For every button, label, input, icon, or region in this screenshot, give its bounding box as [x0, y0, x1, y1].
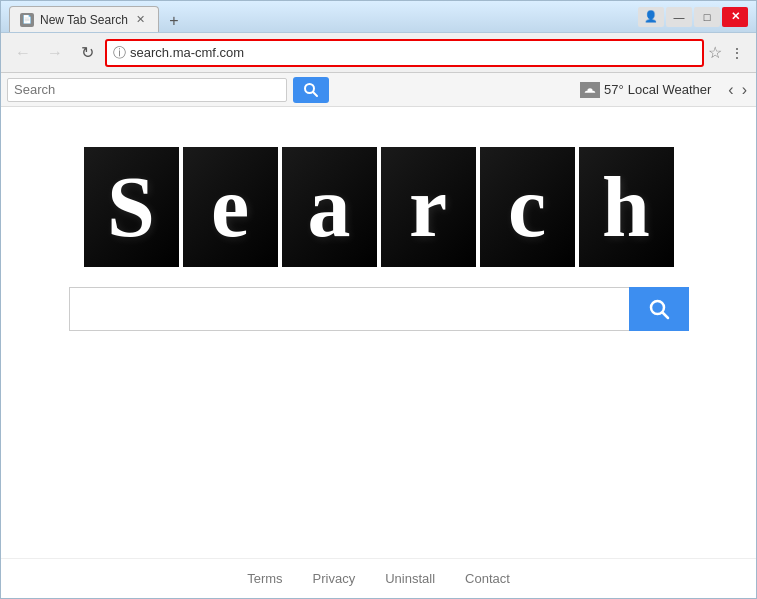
- uninstall-link[interactable]: Uninstall: [385, 571, 435, 586]
- browser-window: 📄 New Tab Search ✕ + 👤 — □ ✕ ← → ↻ ⓘ sea…: [0, 0, 757, 599]
- new-tab-button[interactable]: +: [163, 10, 185, 32]
- tab-favicon: 📄: [20, 13, 34, 27]
- logo-letter-s: S: [107, 164, 155, 250]
- weather-temp: 57°: [604, 82, 624, 97]
- weather-icon: [580, 82, 600, 98]
- logo-tile-c: c: [480, 147, 575, 267]
- logo-tile-h: h: [579, 147, 674, 267]
- search-logo-area: S e a r c h: [69, 147, 689, 331]
- logo-letter-r: r: [409, 164, 447, 250]
- page-footer: Terms Privacy Uninstall Contact: [1, 558, 756, 598]
- logo-letter-c: c: [508, 164, 546, 250]
- address-bar[interactable]: ⓘ search.ma-cmf.com: [105, 39, 704, 67]
- chrome-menu-button[interactable]: ⋮: [726, 43, 748, 63]
- minimize-button[interactable]: —: [666, 7, 692, 27]
- logo-tile-r: r: [381, 147, 476, 267]
- tab-area: 📄 New Tab Search ✕ +: [9, 1, 638, 32]
- toolbar-search-icon: [303, 82, 319, 98]
- weather-section: 57° Local Weather ‹ ›: [580, 81, 750, 99]
- logo-letter-a: a: [308, 164, 351, 250]
- weather-label: Local Weather: [628, 82, 712, 97]
- toolbar-search-input[interactable]: [7, 78, 287, 102]
- main-search-icon: [648, 298, 670, 320]
- title-bar: 📄 New Tab Search ✕ + 👤 — □ ✕: [1, 1, 756, 33]
- terms-link[interactable]: Terms: [247, 571, 282, 586]
- toolbar-search-button[interactable]: [293, 77, 329, 103]
- svg-line-1: [313, 92, 317, 96]
- user-button[interactable]: 👤: [638, 7, 664, 27]
- weather-prev-button[interactable]: ‹: [725, 81, 736, 99]
- window-controls: 👤 — □ ✕: [638, 7, 748, 27]
- logo-tile-e: e: [183, 147, 278, 267]
- forward-button[interactable]: →: [41, 39, 69, 67]
- back-button[interactable]: ←: [9, 39, 37, 67]
- page-content: S e a r c h: [1, 107, 756, 598]
- maximize-button[interactable]: □: [694, 7, 720, 27]
- logo-tile-a: a: [282, 147, 377, 267]
- url-display: search.ma-cmf.com: [130, 45, 696, 60]
- active-tab[interactable]: 📄 New Tab Search ✕: [9, 6, 159, 32]
- info-icon: ⓘ: [113, 44, 126, 62]
- close-button[interactable]: ✕: [722, 7, 748, 27]
- svg-line-4: [662, 313, 668, 319]
- weather-next-button[interactable]: ›: [739, 81, 750, 99]
- main-search-input[interactable]: [69, 287, 629, 331]
- weather-nav: ‹ ›: [725, 81, 750, 99]
- nav-bar: ← → ↻ ⓘ search.ma-cmf.com ☆ ⋮: [1, 33, 756, 73]
- contact-link[interactable]: Contact: [465, 571, 510, 586]
- main-search-box: [69, 287, 689, 331]
- tab-label: New Tab Search: [40, 13, 128, 27]
- main-search-button[interactable]: [629, 287, 689, 331]
- search-logo: S e a r c h: [84, 147, 674, 267]
- toolbar-bar: 57° Local Weather ‹ ›: [1, 73, 756, 107]
- reload-button[interactable]: ↻: [73, 39, 101, 67]
- privacy-link[interactable]: Privacy: [313, 571, 356, 586]
- logo-letter-e: e: [211, 164, 249, 250]
- bookmark-button[interactable]: ☆: [708, 43, 722, 62]
- tab-close-button[interactable]: ✕: [134, 13, 148, 27]
- logo-letter-h: h: [602, 164, 650, 250]
- logo-tile-s: S: [84, 147, 179, 267]
